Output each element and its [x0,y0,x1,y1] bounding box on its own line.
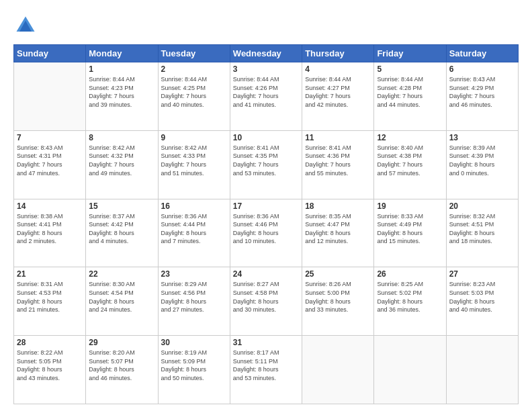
day-info: Sunrise: 8:29 AM Sunset: 4:56 PM Dayligh… [161,280,227,314]
calendar-cell: 3Sunrise: 8:44 AM Sunset: 4:26 PM Daylig… [230,62,302,131]
day-number: 24 [233,269,299,279]
day-number: 17 [233,201,299,211]
day-info: Sunrise: 8:44 AM Sunset: 4:25 PM Dayligh… [161,75,227,109]
day-number: 23 [161,269,227,279]
calendar-cell: 5Sunrise: 8:44 AM Sunset: 4:28 PM Daylig… [374,62,446,131]
day-number: 5 [377,64,443,74]
calendar-cell: 20Sunrise: 8:32 AM Sunset: 4:51 PM Dayli… [446,199,518,267]
calendar-cell: 31Sunrise: 8:17 AM Sunset: 5:11 PM Dayli… [230,336,302,404]
day-info: Sunrise: 8:43 AM Sunset: 4:29 PM Dayligh… [449,75,515,109]
day-number: 8 [89,133,154,142]
calendar-cell: 15Sunrise: 8:37 AM Sunset: 4:42 PM Dayli… [86,199,158,267]
day-info: Sunrise: 8:33 AM Sunset: 4:49 PM Dayligh… [377,212,443,246]
day-number: 20 [449,201,515,211]
day-info: Sunrise: 8:38 AM Sunset: 4:41 PM Dayligh… [17,212,83,246]
day-info: Sunrise: 8:26 AM Sunset: 5:00 PM Dayligh… [305,280,371,314]
calendar-cell: 21Sunrise: 8:31 AM Sunset: 4:53 PM Dayli… [14,267,86,336]
calendar-table: SundayMondayTuesdayWednesdayThursdayFrid… [13,44,519,404]
header [13,13,519,38]
day-number: 29 [89,338,154,347]
day-header-thursday: Thursday [302,45,374,62]
calendar-cell: 26Sunrise: 8:25 AM Sunset: 5:02 PM Dayli… [374,267,446,336]
day-number: 31 [233,338,299,347]
day-number: 18 [305,201,371,211]
calendar-cell [374,336,446,404]
calendar-week-5: 28Sunrise: 8:22 AM Sunset: 5:05 PM Dayli… [14,336,519,404]
calendar-cell [302,336,374,404]
day-info: Sunrise: 8:42 AM Sunset: 4:33 PM Dayligh… [161,144,227,177]
day-number: 19 [377,201,443,211]
calendar-cell: 2Sunrise: 8:44 AM Sunset: 4:25 PM Daylig… [158,62,230,131]
day-number: 4 [305,64,371,74]
calendar-week-3: 14Sunrise: 8:38 AM Sunset: 4:41 PM Dayli… [14,199,519,267]
logo-icon [13,13,38,38]
calendar-cell: 1Sunrise: 8:44 AM Sunset: 4:23 PM Daylig… [86,62,158,131]
day-number: 21 [17,269,83,279]
calendar-week-1: 1Sunrise: 8:44 AM Sunset: 4:23 PM Daylig… [14,62,519,131]
calendar-header-row: SundayMondayTuesdayWednesdayThursdayFrid… [14,45,519,62]
calendar-cell: 8Sunrise: 8:42 AM Sunset: 4:32 PM Daylig… [86,130,158,199]
calendar-week-4: 21Sunrise: 8:31 AM Sunset: 4:53 PM Dayli… [14,267,519,336]
day-number: 25 [305,269,371,279]
day-number: 27 [449,269,515,279]
day-header-wednesday: Wednesday [230,45,302,62]
calendar-cell: 6Sunrise: 8:43 AM Sunset: 4:29 PM Daylig… [446,62,518,131]
calendar-cell: 22Sunrise: 8:30 AM Sunset: 4:54 PM Dayli… [86,267,158,336]
day-info: Sunrise: 8:43 AM Sunset: 4:31 PM Dayligh… [17,144,83,177]
day-number: 22 [89,269,154,279]
day-info: Sunrise: 8:39 AM Sunset: 4:39 PM Dayligh… [449,144,515,177]
calendar-cell: 23Sunrise: 8:29 AM Sunset: 4:56 PM Dayli… [158,267,230,336]
page: SundayMondayTuesdayWednesdayThursdayFrid… [0,0,532,411]
day-info: Sunrise: 8:19 AM Sunset: 5:09 PM Dayligh… [161,349,227,382]
day-number: 10 [233,133,299,142]
calendar-cell: 17Sunrise: 8:36 AM Sunset: 4:46 PM Dayli… [230,199,302,267]
day-header-tuesday: Tuesday [158,45,230,62]
day-info: Sunrise: 8:37 AM Sunset: 4:42 PM Dayligh… [89,212,154,246]
day-info: Sunrise: 8:44 AM Sunset: 4:28 PM Dayligh… [377,75,443,109]
day-info: Sunrise: 8:36 AM Sunset: 4:46 PM Dayligh… [233,212,299,246]
calendar-cell: 28Sunrise: 8:22 AM Sunset: 5:05 PM Dayli… [14,336,86,404]
day-info: Sunrise: 8:20 AM Sunset: 5:07 PM Dayligh… [89,349,154,382]
day-number: 2 [161,64,227,74]
day-info: Sunrise: 8:44 AM Sunset: 4:23 PM Dayligh… [89,75,154,109]
day-header-monday: Monday [86,45,158,62]
day-header-sunday: Sunday [14,45,86,62]
day-info: Sunrise: 8:44 AM Sunset: 4:26 PM Dayligh… [233,75,299,109]
calendar-cell: 7Sunrise: 8:43 AM Sunset: 4:31 PM Daylig… [14,130,86,199]
calendar-cell: 30Sunrise: 8:19 AM Sunset: 5:09 PM Dayli… [158,336,230,404]
calendar-week-2: 7Sunrise: 8:43 AM Sunset: 4:31 PM Daylig… [14,130,519,199]
day-number: 13 [449,133,515,142]
day-number: 30 [161,338,227,347]
day-info: Sunrise: 8:23 AM Sunset: 5:03 PM Dayligh… [449,280,515,314]
day-number: 26 [377,269,443,279]
calendar-cell: 16Sunrise: 8:36 AM Sunset: 4:44 PM Dayli… [158,199,230,267]
calendar-cell: 24Sunrise: 8:27 AM Sunset: 4:58 PM Dayli… [230,267,302,336]
day-info: Sunrise: 8:35 AM Sunset: 4:47 PM Dayligh… [305,212,371,246]
day-header-friday: Friday [374,45,446,62]
day-info: Sunrise: 8:44 AM Sunset: 4:27 PM Dayligh… [305,75,371,109]
day-info: Sunrise: 8:41 AM Sunset: 4:36 PM Dayligh… [305,144,371,177]
day-info: Sunrise: 8:30 AM Sunset: 4:54 PM Dayligh… [89,280,154,314]
calendar-cell: 12Sunrise: 8:40 AM Sunset: 4:38 PM Dayli… [374,130,446,199]
day-info: Sunrise: 8:32 AM Sunset: 4:51 PM Dayligh… [449,212,515,246]
day-info: Sunrise: 8:31 AM Sunset: 4:53 PM Dayligh… [17,280,83,314]
day-number: 15 [89,201,154,211]
day-info: Sunrise: 8:25 AM Sunset: 5:02 PM Dayligh… [377,280,443,314]
day-number: 14 [17,201,83,211]
calendar-cell: 25Sunrise: 8:26 AM Sunset: 5:00 PM Dayli… [302,267,374,336]
calendar-cell: 4Sunrise: 8:44 AM Sunset: 4:27 PM Daylig… [302,62,374,131]
day-info: Sunrise: 8:17 AM Sunset: 5:11 PM Dayligh… [233,349,299,382]
calendar-cell: 13Sunrise: 8:39 AM Sunset: 4:39 PM Dayli… [446,130,518,199]
day-number: 28 [17,338,83,347]
day-number: 12 [377,133,443,142]
day-info: Sunrise: 8:27 AM Sunset: 4:58 PM Dayligh… [233,280,299,314]
calendar-cell: 27Sunrise: 8:23 AM Sunset: 5:03 PM Dayli… [446,267,518,336]
day-number: 1 [89,64,154,74]
day-info: Sunrise: 8:42 AM Sunset: 4:32 PM Dayligh… [89,144,154,177]
logo [13,13,40,38]
day-info: Sunrise: 8:40 AM Sunset: 4:38 PM Dayligh… [377,144,443,177]
day-number: 16 [161,201,227,211]
calendar-cell [446,336,518,404]
day-number: 9 [161,133,227,142]
calendar-cell [14,62,86,131]
